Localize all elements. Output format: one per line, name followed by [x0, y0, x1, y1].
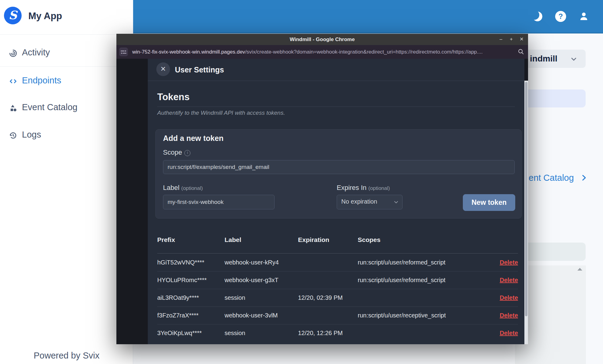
expires-select-value: No expiration	[341, 198, 377, 205]
col-header-prefix: Prefix	[157, 236, 175, 243]
token-scopes: run:script/u/user/reformed_script	[358, 271, 445, 289]
sidebar-item-logs[interactable]: Logs	[0, 127, 133, 144]
table-row: hGiT52wVNQ**** webhook-user-kRy4 run:scr…	[157, 254, 518, 271]
powered-by-svix: Powered by Svix	[0, 351, 133, 361]
scope-label: Scopei	[163, 149, 190, 156]
expires-select[interactable]: No expiration	[337, 195, 403, 209]
table-row: f3FzoZ7raX**** webhook-user-3vlM run:scr…	[157, 306, 518, 324]
tokens-divider	[157, 107, 515, 107]
sidebar-item-label: Endpoints	[22, 75, 61, 86]
browser-viewport: ✕ User Settings Tokens Authentify to the…	[116, 59, 528, 344]
moon-icon[interactable]	[531, 11, 542, 22]
token-expiration: 12/20, 12:26 PM	[298, 324, 343, 342]
token-prefix: hGiT52wVNQ****	[157, 254, 204, 271]
delete-token-link[interactable]: Delete	[500, 324, 518, 342]
chevron-right-icon	[580, 174, 588, 182]
scroll-up-icon[interactable]	[577, 268, 582, 271]
add-token-heading: Add a new token	[163, 134, 224, 143]
url-path: /svix/create-webhook?domain=webhook-inte…	[245, 49, 483, 55]
modal-scrollbar[interactable]	[524, 81, 528, 344]
sidebar-divider	[0, 66, 133, 67]
token-scopes: run:script/u/user/receptive_script	[358, 306, 446, 324]
sidebar: S My App Activity Endpoints	[0, 0, 133, 364]
token-label: webhook-user-kRy4	[225, 254, 279, 271]
expires-label: Expires In(optional)	[337, 184, 390, 192]
token-label: session	[225, 289, 245, 306]
scrollbar-thumb[interactable]	[525, 82, 527, 316]
token-scopes: run:script/u/user/reformed_script	[358, 254, 445, 271]
token-prefix: 3YeOiKpLwq****	[157, 324, 202, 342]
tokens-subtitle: Authentify to the Windmill API with acce…	[157, 110, 285, 116]
token-prefix: aiL3ROat9y****	[157, 289, 199, 306]
token-label: webhook-user-3vlM	[225, 306, 278, 324]
site-settings-icon[interactable]	[119, 47, 128, 56]
sidebar-item-endpoints[interactable]: Endpoints	[0, 72, 133, 89]
event-catalog-icon	[9, 103, 18, 113]
window-titlebar[interactable]: Windmill - Google Chrome – + ✕	[116, 34, 528, 45]
app-topbar: ?	[133, 0, 603, 33]
token-label: webhook-user-g3xT	[225, 271, 278, 289]
svix-logo-icon: S	[4, 7, 22, 24]
maximize-button[interactable]: +	[507, 34, 516, 45]
activity-icon	[9, 49, 18, 58]
tokens-heading: Tokens	[157, 92, 190, 103]
zoom-search-icon[interactable]	[518, 48, 524, 55]
address-text[interactable]: win-752-fix-svix-webhook-win.windmill.pa…	[132, 45, 483, 59]
window-title: Windmill - Google Chrome	[116, 34, 528, 45]
endpoints-icon	[9, 77, 18, 86]
token-prefix: HYOLuPRomc****	[157, 271, 207, 289]
col-header-label: Label	[225, 236, 241, 243]
add-token-card: Add a new token Scopei Label(optional) E…	[155, 129, 522, 219]
sidebar-item-label: Activity	[22, 47, 50, 58]
info-icon: i	[184, 150, 190, 156]
event-catalog-link[interactable]: ent Catalog	[528, 172, 592, 184]
url-domain: win-752-fix-svix-webhook-win.windmill.pa…	[132, 49, 245, 55]
modal-title: User Settings	[175, 59, 224, 81]
app-name: My App	[28, 11, 62, 22]
sidebar-item-event-catalog[interactable]: Event Catalog	[0, 99, 133, 116]
help-icon[interactable]: ?	[555, 11, 566, 22]
sidebar-item-label: Event Catalog	[22, 102, 77, 112]
chevron-down-icon	[570, 55, 578, 63]
table-row: HYOLuPRomc**** webhook-user-g3xT run:scr…	[157, 271, 518, 289]
logs-icon	[9, 131, 18, 140]
delete-token-link[interactable]: Delete	[500, 306, 518, 324]
col-header-scopes: Scopes	[358, 236, 381, 243]
delete-token-link[interactable]: Delete	[500, 289, 518, 306]
token-label-input[interactable]	[163, 195, 275, 209]
token-label: session	[225, 324, 245, 342]
chrome-window: Windmill - Google Chrome – + ✕ win-752-f…	[116, 34, 528, 344]
new-token-button[interactable]: New token	[463, 194, 515, 211]
scope-input[interactable]	[163, 160, 515, 174]
event-catalog-link-label: ent Catalog	[529, 173, 574, 183]
user-icon[interactable]	[578, 11, 589, 22]
delete-token-link[interactable]: Delete	[500, 271, 518, 289]
modal-header: ✕ User Settings	[148, 59, 524, 81]
delete-token-link[interactable]: Delete	[500, 254, 518, 271]
col-header-expiration: Expiration	[298, 236, 329, 243]
close-window-button[interactable]: ✕	[517, 34, 526, 45]
table-row: 3YeOiKpLwq**** session 12/20, 12:26 PM D…	[157, 324, 518, 342]
close-modal-button[interactable]: ✕	[156, 62, 170, 76]
sidebar-header: S My App	[0, 0, 133, 35]
url-bar[interactable]: win-752-fix-svix-webhook-win.windmill.pa…	[116, 45, 528, 59]
token-expiration: 12/20, 02:39 PM	[298, 289, 343, 306]
user-settings-modal: ✕ User Settings Tokens Authentify to the…	[148, 59, 524, 344]
chevron-down-icon	[393, 199, 399, 205]
minimize-button[interactable]: –	[496, 34, 505, 45]
table-row: aiL3ROat9y**** session 12/20, 02:39 PM D…	[157, 289, 518, 307]
token-prefix: f3FzoZ7raX****	[157, 306, 199, 324]
sidebar-item-activity[interactable]: Activity	[0, 44, 133, 61]
label-label: Label(optional)	[163, 184, 203, 192]
sidebar-item-label: Logs	[22, 130, 41, 140]
workspace-dropdown-label: indmill	[530, 54, 557, 64]
